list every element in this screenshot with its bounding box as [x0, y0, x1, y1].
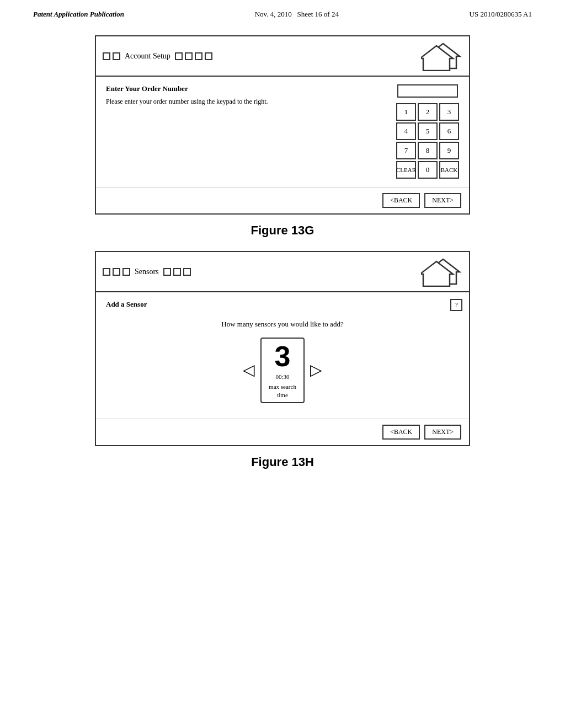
key-2[interactable]: 2 — [418, 103, 438, 121]
spinner-box: 3 00:30 max search time — [260, 338, 305, 403]
panel-13g-right-section: 1 2 3 4 5 6 7 8 9 CLEAR 0 BACK — [396, 84, 459, 179]
help-button[interactable]: ? — [450, 299, 462, 311]
home-icon-13h-svg — [421, 256, 462, 287]
checkbox-3 — [175, 52, 183, 60]
home-icon-13h[interactable] — [421, 256, 462, 287]
header-date-sheet: Nov. 4, 2010 Sheet 16 of 24 — [255, 10, 339, 19]
home-icon[interactable] — [421, 41, 462, 71]
panel-13h: Sensors Add — [95, 251, 470, 446]
key-6[interactable]: 6 — [439, 122, 459, 140]
checkbox-13h-5 — [173, 268, 181, 276]
checkbox-13h-1 — [103, 268, 110, 276]
panel-13h-body: Add a Sensor ? How many sensors you woul… — [96, 292, 469, 419]
spinner-sub-label: max search time — [265, 383, 300, 399]
spinner-value: 3 — [275, 342, 291, 371]
key-clear[interactable]: CLEAR — [396, 161, 416, 179]
section-desc-order: Please enter your order number using the… — [106, 97, 385, 106]
panel-13h-header-left: Sensors — [103, 267, 191, 276]
checkbox-4 — [185, 52, 193, 60]
key-1[interactable]: 1 — [396, 103, 416, 121]
next-button-13g[interactable]: NEXT> — [424, 193, 461, 208]
checkbox-5 — [195, 52, 202, 60]
checkbox-2 — [113, 52, 120, 60]
key-8[interactable]: 8 — [418, 142, 438, 159]
spinner-sub-time: 00:30 — [275, 373, 289, 381]
checkbox-13h-4 — [163, 268, 171, 276]
header-date: Nov. 4, 2010 — [255, 10, 297, 18]
panel-13h-header: Sensors — [96, 252, 469, 292]
header-publication: Patent Application Publication — [33, 10, 124, 19]
home-icon-svg — [421, 41, 462, 71]
checkbox-13h-6 — [183, 268, 191, 276]
checkbox-13h-2 — [113, 268, 120, 276]
key-4[interactable]: 4 — [396, 122, 416, 140]
panel-13h-footer: <BACK NEXT> — [96, 419, 469, 445]
spinner-left-arrow[interactable]: ◁ — [243, 362, 255, 378]
page-header: Patent Application Publication Nov. 4, 2… — [0, 0, 565, 24]
panel-13g: Account Setup — [95, 35, 470, 215]
header-sheet: Sheet 16 of 24 — [297, 10, 338, 18]
header-13h-checkboxes-left — [103, 268, 130, 276]
panel-13g-left-section: Enter Your Order Number Please enter you… — [106, 84, 385, 179]
order-number-input[interactable] — [397, 84, 458, 98]
keypad: 1 2 3 4 5 6 7 8 9 CLEAR 0 BACK — [396, 103, 459, 179]
header-patent-number: US 2010/0280635 A1 — [470, 10, 532, 19]
back-button-13g[interactable]: <BACK — [382, 193, 420, 208]
checkbox-13h-3 — [122, 268, 130, 276]
checkbox-1 — [103, 52, 110, 60]
panel-13g-footer: <BACK NEXT> — [96, 187, 469, 213]
sensor-question: How many sensors you would like to add? — [106, 320, 459, 329]
add-sensor-title: Add a Sensor — [106, 300, 459, 309]
panel-13h-title: Sensors — [135, 267, 159, 276]
header-checkboxes-right — [175, 52, 212, 60]
section-title-order: Enter Your Order Number — [106, 84, 385, 93]
key-5[interactable]: 5 — [418, 122, 438, 140]
next-button-13h[interactable]: NEXT> — [424, 425, 461, 440]
svg-marker-3 — [421, 261, 453, 286]
panel-13g-header: Account Setup — [96, 36, 469, 77]
header-checkboxes-left — [103, 52, 120, 60]
spinner-control: ◁ 3 00:30 max search time ▷ — [106, 338, 459, 403]
svg-marker-1 — [421, 46, 453, 71]
key-9[interactable]: 9 — [439, 142, 459, 159]
page-content: Account Setup — [0, 24, 565, 494]
key-3[interactable]: 3 — [439, 103, 459, 121]
back-button-13h[interactable]: <BACK — [382, 425, 420, 440]
key-back[interactable]: BACK — [439, 161, 459, 179]
panel-13g-title: Account Setup — [125, 52, 170, 61]
figure-13h-label: Figure 13H — [251, 455, 314, 469]
panel-13g-body: Enter Your Order Number Please enter you… — [96, 77, 469, 187]
checkbox-6 — [205, 52, 212, 60]
header-13h-checkboxes-right — [163, 268, 191, 276]
key-7[interactable]: 7 — [396, 142, 416, 159]
panel-13g-header-left: Account Setup — [103, 52, 212, 61]
spinner-right-arrow[interactable]: ▷ — [310, 362, 322, 378]
key-0[interactable]: 0 — [418, 161, 438, 179]
figure-13g-label: Figure 13G — [251, 223, 315, 238]
